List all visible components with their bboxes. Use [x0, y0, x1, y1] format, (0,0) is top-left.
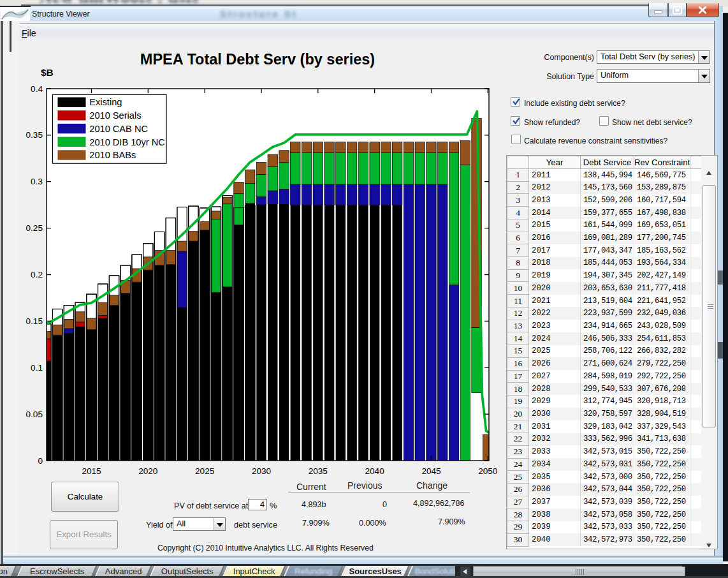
- svg-text:$B: $B: [41, 67, 54, 78]
- svg-text:Existing: Existing: [89, 97, 122, 107]
- svg-text:2040: 2040: [365, 466, 384, 476]
- svg-text:2025: 2025: [195, 466, 214, 476]
- svg-text:0.1: 0.1: [31, 363, 43, 373]
- svg-text:0.25: 0.25: [26, 223, 43, 233]
- svg-text:2015: 2015: [82, 466, 101, 476]
- svg-text:2010 CAB NC: 2010 CAB NC: [89, 124, 148, 134]
- svg-text:2035: 2035: [309, 466, 328, 476]
- svg-text:0: 0: [38, 456, 43, 466]
- svg-text:2045: 2045: [421, 466, 440, 476]
- svg-text:MPEA Total Debt Serv (by serie: MPEA Total Debt Serv (by series): [140, 51, 375, 68]
- svg-text:0.05: 0.05: [26, 410, 43, 419]
- svg-text:0.3: 0.3: [31, 177, 43, 186]
- svg-text:2020: 2020: [138, 466, 158, 476]
- svg-text:0.15: 0.15: [26, 316, 43, 326]
- svg-text:2030: 2030: [252, 466, 272, 476]
- svg-text:0.2: 0.2: [31, 270, 43, 279]
- svg-text:0.35: 0.35: [26, 130, 43, 140]
- svg-text:0.4: 0.4: [31, 84, 43, 94]
- svg-text:2010 Serials: 2010 Serials: [89, 110, 141, 121]
- svg-text:2010 DIB 10yr NC: 2010 DIB 10yr NC: [89, 137, 164, 147]
- svg-text:2010 BABs: 2010 BABs: [89, 150, 136, 160]
- svg-text:2050: 2050: [478, 466, 498, 476]
